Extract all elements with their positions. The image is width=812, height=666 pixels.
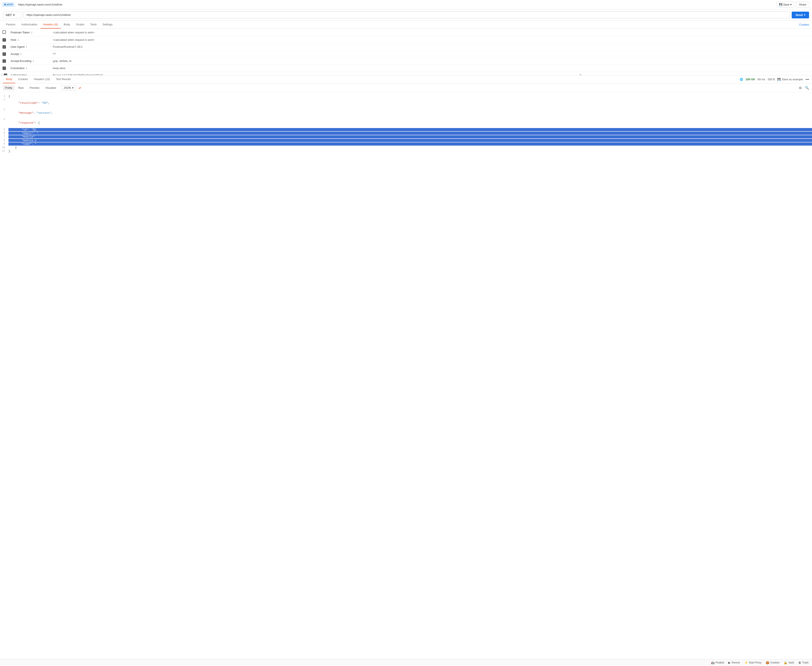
copy-icon[interactable]: ⧉ bbox=[799, 86, 801, 90]
info-icon: ℹ bbox=[26, 45, 27, 48]
url-input[interactable] bbox=[24, 12, 790, 18]
table-row: Accept ℹ */* bbox=[0, 51, 812, 58]
format-selector[interactable]: JSON ▾ bbox=[61, 85, 76, 91]
proxy-icon: ⚡ bbox=[744, 661, 748, 664]
info-icon: ℹ bbox=[20, 53, 21, 56]
row-checkbox[interactable] bbox=[3, 53, 6, 56]
filter-icon[interactable]: ⇌ bbox=[78, 86, 81, 90]
top-url: https://openapi.naver.com/v1/nid/me bbox=[17, 2, 775, 7]
send-button[interactable]: Send ▾ bbox=[792, 12, 809, 18]
row-checkbox[interactable] bbox=[4, 74, 7, 76]
code-line: 10 } bbox=[0, 146, 812, 149]
code-area: 1 { 2 "resultcode": "00", 3 "message": "… bbox=[0, 92, 812, 659]
row-checkbox[interactable] bbox=[3, 30, 6, 34]
code-line: 11 } bbox=[0, 149, 812, 153]
trash-button[interactable]: 🗑 Trash bbox=[798, 661, 809, 664]
header-key: Host bbox=[11, 38, 16, 41]
format-tab-raw[interactable]: Raw bbox=[16, 85, 26, 91]
row-checkbox[interactable] bbox=[3, 45, 6, 49]
resp-tab-cookies[interactable]: Cookies bbox=[15, 76, 31, 83]
chevron-down-icon: ▾ bbox=[790, 3, 792, 6]
info-icon: ℹ bbox=[18, 38, 19, 41]
header-key: Connection bbox=[11, 66, 25, 70]
checkbox-cell[interactable] bbox=[0, 29, 8, 36]
http-badge: ⊞ HTTP bbox=[3, 3, 14, 7]
code-line: 2 "resultcode": "00", bbox=[0, 98, 812, 108]
table-row: ⠿ Authorization Bearer AAAAPKpPzPHjFpy0n… bbox=[0, 72, 812, 75]
header-value: keep-alive bbox=[51, 65, 577, 72]
resp-tab-body[interactable]: Body bbox=[3, 76, 15, 83]
start-proxy-button[interactable]: ⚡ Start Proxy bbox=[744, 661, 761, 664]
tab-body[interactable]: Body bbox=[61, 21, 73, 28]
cookies-icon: 🍪 bbox=[766, 661, 769, 664]
save-icon: 💾 bbox=[779, 3, 782, 6]
table-row: Postman-Token ℹ <calculated when request… bbox=[0, 29, 812, 36]
row-checkbox[interactable] bbox=[3, 66, 6, 70]
more-options-button[interactable]: ••• bbox=[805, 77, 809, 81]
format-tab-pretty[interactable]: Pretty bbox=[3, 85, 14, 91]
top-actions: 💾 Save ▾ Share bbox=[777, 2, 809, 7]
header-value: Bearer AAAAPKpPzPHjFpy0nqgUV0baG... bbox=[51, 72, 577, 75]
postbot-button[interactable]: 🤖 Postbot bbox=[711, 661, 724, 664]
url-bar: ⊞ HTTP https://openapi.naver.com/v1/nid/… bbox=[0, 0, 812, 9]
format-tab-preview[interactable]: Preview bbox=[28, 85, 41, 91]
runner-icon: ▶ bbox=[728, 661, 731, 664]
info-icon: ℹ bbox=[33, 59, 34, 63]
runner-button[interactable]: ▶ Runner bbox=[728, 661, 740, 664]
header-value: */* bbox=[51, 51, 577, 58]
format-label: JSON bbox=[64, 86, 71, 89]
method-selector[interactable]: GET ▾ bbox=[3, 12, 22, 18]
resp-tab-test-results[interactable]: Test Results bbox=[53, 76, 74, 83]
header-value: <calculated when request is sent> bbox=[51, 29, 577, 36]
search-icon[interactable]: 🔍 bbox=[805, 86, 809, 90]
chevron-down-icon: ▾ bbox=[72, 86, 74, 89]
send-chevron-icon: ▾ bbox=[804, 13, 805, 16]
tab-tests[interactable]: Tests bbox=[87, 21, 99, 28]
tab-authorization[interactable]: Authorization bbox=[18, 21, 40, 28]
globe-icon: 🌐 bbox=[740, 78, 743, 81]
table-row: Accept-Encoding ℹ gzip, deflate, br bbox=[0, 58, 812, 65]
tab-params[interactable]: Params bbox=[3, 21, 18, 28]
info-icon: ℹ bbox=[31, 31, 32, 34]
header-key: Accept-Encoding bbox=[11, 59, 31, 63]
drag-handle[interactable]: ⠿ bbox=[1, 74, 3, 76]
header-key: User-Agent bbox=[11, 45, 25, 48]
tab-scripts[interactable]: Scripts bbox=[73, 21, 87, 28]
code-line-selected: 9 "name": " bbox=[0, 142, 812, 146]
save-example-button[interactable]: 💾 Save as example bbox=[777, 78, 803, 81]
code-line-selected: 5 "id": "Ql bbox=[0, 128, 812, 132]
response-time: 69 ms bbox=[757, 78, 765, 81]
tab-settings[interactable]: Settings bbox=[99, 21, 116, 28]
format-tab-visualize[interactable]: Visualize bbox=[43, 85, 58, 91]
table-row: Host ℹ <calculated when request is sent> bbox=[0, 36, 812, 43]
vault-button[interactable]: 🔒 Vault bbox=[784, 661, 794, 664]
table-row: User-Agent ℹ PostmanRuntime/7.39.0 bbox=[0, 43, 812, 51]
http-icon: ⊞ bbox=[4, 3, 6, 6]
save-example-icon: 💾 bbox=[777, 78, 781, 81]
tab-headers[interactable]: Headers (8) bbox=[40, 21, 61, 28]
response-size: 550 B bbox=[767, 78, 775, 81]
info-icon: ℹ bbox=[26, 67, 27, 70]
code-line-selected: 8 "mobile_e bbox=[0, 138, 812, 142]
code-line: 4 "response": { bbox=[0, 118, 812, 128]
delete-icon[interactable]: 🗑 bbox=[579, 74, 582, 76]
request-tabs: Params Authorization Headers (8) Body Sc… bbox=[0, 21, 812, 29]
postbot-icon: 🤖 bbox=[711, 661, 714, 664]
row-checkbox[interactable] bbox=[3, 59, 6, 63]
headers-table: Postman-Token ℹ <calculated when request… bbox=[0, 29, 812, 75]
table-row: Connection ℹ keep-alive bbox=[0, 65, 812, 72]
row-checkbox[interactable] bbox=[3, 38, 6, 42]
format-bar: Pretty Raw Preview Visualize JSON ▾ ⇌ ⧉ … bbox=[0, 84, 812, 92]
cookies-link[interactable]: Cookies bbox=[799, 21, 809, 28]
code-line: 3 "message": "success", bbox=[0, 108, 812, 118]
save-button[interactable]: 💾 Save ▾ bbox=[777, 2, 794, 7]
cookies-button[interactable]: 🍪 Cookies bbox=[766, 661, 779, 664]
trash-icon: 🗑 bbox=[798, 661, 801, 664]
share-button[interactable]: Share bbox=[796, 2, 809, 7]
header-value: PostmanRuntime/7.39.0 bbox=[51, 43, 577, 51]
response-tabs: Body Cookies Headers (10) Test Results 🌐… bbox=[0, 75, 812, 84]
header-key: Authorization bbox=[11, 74, 26, 75]
resp-tab-headers[interactable]: Headers (10) bbox=[31, 76, 53, 83]
request-bar: GET ▾ Send ▾ bbox=[0, 9, 812, 21]
code-line: 1 { bbox=[0, 94, 812, 98]
